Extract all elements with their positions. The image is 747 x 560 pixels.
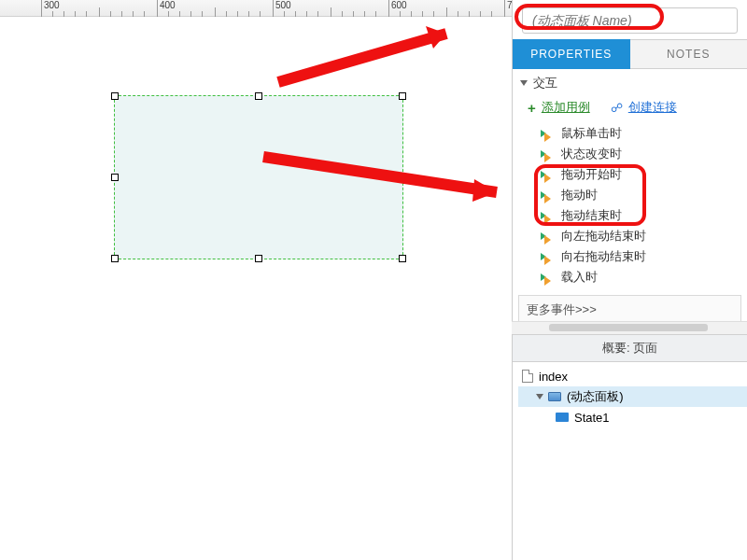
outline-header: 概要: 页面 — [513, 334, 747, 362]
resize-handle-br[interactable] — [399, 255, 406, 262]
tab-properties[interactable]: PROPERTIES — [513, 39, 630, 69]
create-link-link[interactable]: 创建连接 — [628, 99, 677, 116]
event-onswipeleft[interactable]: 向左拖动结束时 — [518, 226, 741, 246]
inspector-tabs: PROPERTIES NOTES — [513, 39, 747, 69]
event-label: 向左拖动结束时 — [561, 228, 646, 245]
event-label: 鼠标单击时 — [561, 125, 622, 142]
widget-name-input[interactable] — [522, 7, 738, 34]
event-icon — [541, 271, 554, 284]
event-onpanelstatechange[interactable]: 状态改变时 — [518, 144, 741, 164]
ruler-mark: 400 — [160, 0, 176, 10]
event-onload[interactable]: 载入时 — [518, 267, 741, 287]
section-label: 交互 — [533, 75, 557, 91]
event-label: 拖动开始时 — [561, 166, 622, 183]
link-icon: ☍ — [611, 101, 623, 115]
state-icon — [556, 413, 569, 422]
event-icon — [541, 209, 554, 222]
section-interactions[interactable]: 交互 — [513, 69, 747, 95]
inspector-pane: PROPERTIES NOTES 交互 + 添加用例 ☍ 创建连接 鼠标单击时 … — [512, 0, 747, 560]
event-icon — [541, 127, 554, 140]
resize-handle-tr[interactable] — [399, 92, 406, 100]
event-icon — [541, 230, 554, 243]
event-icon — [541, 189, 554, 202]
event-list: 鼠标单击时 状态改变时 拖动开始时 拖动时 拖动结束时 向左拖动结束时 向右拖动… — [513, 123, 747, 289]
event-icon — [541, 147, 554, 161]
outline-state1[interactable]: State1 — [518, 407, 747, 427]
event-label: 拖动时 — [561, 187, 598, 203]
page-icon — [522, 370, 533, 383]
expand-icon[interactable] — [536, 394, 543, 399]
outline-tree: index (动态面板) State1 — [513, 362, 747, 427]
resize-handle-bm[interactable] — [255, 255, 262, 262]
event-icon — [541, 168, 554, 181]
svg-line-0 — [278, 34, 446, 82]
tab-notes[interactable]: NOTES — [630, 39, 748, 69]
outline-dynamic-panel[interactable]: (动态面板) — [518, 386, 747, 407]
event-ondragstart[interactable]: 拖动开始时 — [518, 164, 741, 185]
svg-marker-3 — [472, 179, 497, 202]
chevron-down-icon — [520, 80, 528, 86]
ruler-mark: 300 — [44, 0, 60, 10]
interaction-actions-row: + 添加用例 ☍ 创建连接 — [513, 95, 747, 123]
ruler-mark: 500 — [275, 0, 291, 10]
plus-icon: + — [528, 100, 536, 116]
event-label: 拖动结束时 — [561, 207, 622, 224]
ruler-mark: 600 — [391, 0, 407, 10]
event-label: 载入时 — [561, 269, 598, 286]
event-ondrag[interactable]: 拖动时 — [518, 185, 741, 205]
add-case-link[interactable]: 添加用例 — [542, 99, 590, 116]
inspector-horizontal-scrollbar[interactable] — [512, 321, 747, 334]
event-onclick[interactable]: 鼠标单击时 — [518, 123, 741, 144]
outline-label: index — [539, 370, 568, 384]
event-label: 向右拖动结束时 — [561, 248, 646, 265]
resize-handle-ml[interactable] — [111, 174, 119, 181]
design-canvas[interactable] — [0, 17, 512, 560]
outline-page-index[interactable]: index — [518, 366, 747, 386]
svg-line-2 — [263, 157, 497, 192]
resize-handle-tl[interactable] — [111, 92, 119, 100]
event-icon — [541, 250, 554, 263]
outline-label: State1 — [574, 411, 610, 425]
event-label: 状态改变时 — [561, 146, 622, 162]
annotation-arrow-to-name — [269, 17, 493, 91]
event-ondragdrop[interactable]: 拖动结束时 — [518, 205, 741, 226]
resize-handle-tm[interactable] — [255, 92, 262, 100]
annotation-arrow-to-drag-events — [254, 140, 534, 215]
dynamic-panel-icon — [548, 392, 561, 401]
outline-label: (动态面板) — [567, 388, 624, 405]
event-onswiperight[interactable]: 向右拖动结束时 — [518, 246, 741, 267]
resize-handle-bl[interactable] — [111, 255, 119, 262]
horizontal-ruler: 300 400 500 600 700 — [0, 0, 512, 17]
